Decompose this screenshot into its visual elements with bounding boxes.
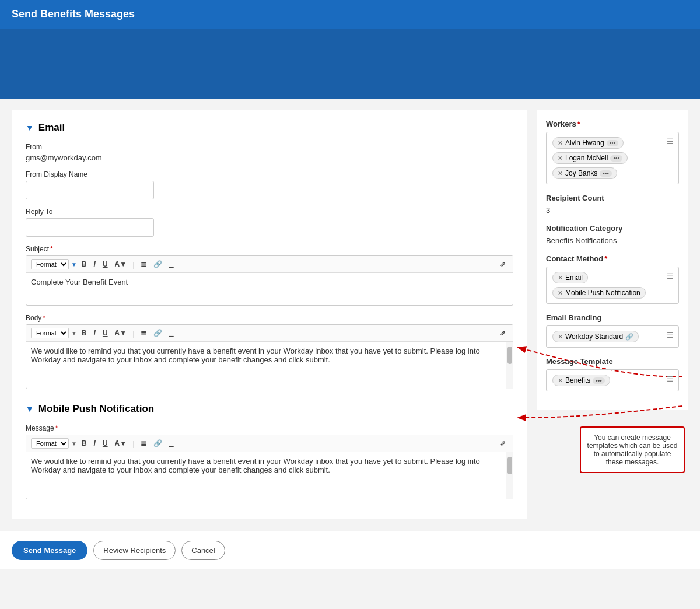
mobile-chevron-icon[interactable]: ▼ xyxy=(26,404,34,414)
body-format-select[interactable]: Format xyxy=(31,328,69,338)
subject-list-btn[interactable]: ≣ xyxy=(138,259,149,270)
message-underline-btn[interactable]: U xyxy=(100,438,110,449)
body-underline-btn[interactable]: U xyxy=(100,328,110,338)
message-bold-btn[interactable]: B xyxy=(79,438,89,449)
svg-rect-0 xyxy=(0,29,700,99)
message-scrollbar[interactable] xyxy=(506,452,513,499)
subject-format-select[interactable]: Format xyxy=(31,259,69,270)
contact-method-tag-1[interactable]: ✕ Email xyxy=(552,272,588,284)
worker-tag-3[interactable]: ✕ Joy Banks ••• xyxy=(552,167,617,179)
body-link-btn[interactable]: 🔗 xyxy=(151,328,164,338)
cm-1-remove[interactable]: ✕ xyxy=(558,274,563,282)
subject-editor[interactable]: Format ▼ B I U A▼ | ≣ 🔗 ⎯ ⇗ Comp xyxy=(26,256,513,306)
body-toolbar: Format ▼ B I U A▼ | ≣ 🔗 ⎯ ⇗ xyxy=(26,325,513,342)
notification-category-value: Benefits Notifications xyxy=(546,236,679,245)
subject-content[interactable]: Complete Your Benefit Event xyxy=(26,273,513,305)
message-italic-btn[interactable]: I xyxy=(92,438,98,449)
cancel-button[interactable]: Cancel xyxy=(181,541,225,560)
worker-2-dots[interactable]: ••• xyxy=(610,155,622,162)
worker-2-remove[interactable]: ✕ xyxy=(558,155,563,162)
worker-1-dots[interactable]: ••• xyxy=(607,140,619,146)
subject-link-btn[interactable]: 🔗 xyxy=(151,259,164,270)
svg-rect-6 xyxy=(134,61,141,99)
contact-method-required-star: * xyxy=(604,254,607,263)
reply-to-input[interactable] xyxy=(26,218,154,237)
branding-remove[interactable]: ✕ xyxy=(558,333,563,341)
subject-bold-btn[interactable]: B xyxy=(79,259,89,270)
contact-method-tag-2[interactable]: ✕ Mobile Push Notification xyxy=(552,287,646,299)
email-branding-tag[interactable]: ✕ Workday Standard 🔗 xyxy=(552,331,639,342)
body-format-chevron: ▼ xyxy=(71,330,77,337)
body-bold-btn[interactable]: B xyxy=(79,328,89,338)
body-content[interactable]: We would like to remind you that you cur… xyxy=(26,342,506,388)
message-format-select[interactable]: Format xyxy=(31,438,69,449)
body-expand-btn[interactable]: ⇗ xyxy=(498,328,508,338)
review-recipients-button[interactable]: Review Recipients xyxy=(93,541,176,560)
reply-to-label: Reply To xyxy=(26,208,513,216)
cm-1-name: Email xyxy=(565,274,583,282)
worker-2-name: Logan McNeil xyxy=(565,154,608,162)
body-italic-btn[interactable]: I xyxy=(92,328,98,338)
tooltip-box: You can create message templates which c… xyxy=(580,426,685,473)
reply-to-field-group: Reply To xyxy=(26,208,513,237)
email-branding-tag-container[interactable]: ✕ Workday Standard 🔗 ☰ xyxy=(546,326,679,348)
message-template-tag[interactable]: ✕ Benefits ••• xyxy=(552,374,610,386)
email-branding-label: Email Branding xyxy=(546,313,679,322)
message-editor[interactable]: Format ▼ B I U A▼ | ≣ 🔗 ⎯ ⇗ xyxy=(26,435,513,499)
cm-2-name: Mobile Push Notification xyxy=(565,289,640,297)
from-display-name-input[interactable] xyxy=(26,181,154,200)
worker-1-name: Alvin Hwang xyxy=(565,139,604,147)
svg-rect-7 xyxy=(408,55,420,99)
template-list-icon[interactable]: ☰ xyxy=(667,374,674,383)
branding-list-icon[interactable]: ☰ xyxy=(667,331,674,340)
template-remove[interactable]: ✕ xyxy=(558,377,563,384)
message-link-btn[interactable]: 🔗 xyxy=(151,438,164,449)
left-panel: ▼ Email From gms@myworkday.com From Disp… xyxy=(12,110,527,519)
body-embed-btn[interactable]: ⎯ xyxy=(167,328,176,338)
worker-tag-1[interactable]: ✕ Alvin Hwang ••• xyxy=(552,137,624,149)
message-required-star: * xyxy=(55,424,58,432)
body-color-btn[interactable]: A▼ xyxy=(113,328,130,338)
svg-point-11 xyxy=(502,51,513,62)
svg-rect-10 xyxy=(474,62,482,80)
message-template-tag-container[interactable]: ✕ Benefits ••• ☰ xyxy=(546,369,679,391)
message-color-btn[interactable]: A▼ xyxy=(113,438,130,449)
message-content[interactable]: We would like to remind you that you cur… xyxy=(26,452,506,499)
contact-method-tag-container[interactable]: ✕ Email ✕ Mobile Push Notification ☰ xyxy=(546,267,679,304)
branding-external-link[interactable]: 🔗 xyxy=(625,333,634,341)
subject-required-star: * xyxy=(50,245,53,253)
from-display-name-label: From Display Name xyxy=(26,170,513,178)
message-list-btn[interactable]: ≣ xyxy=(138,438,149,449)
email-chevron-icon[interactable]: ▼ xyxy=(26,123,34,132)
body-label: Body* xyxy=(26,314,513,322)
right-panel: Workers* ✕ Alvin Hwang ••• ✕ Logan McNei… xyxy=(537,110,688,410)
subject-italic-btn[interactable]: I xyxy=(92,259,98,270)
page-title: Send Benefits Messages xyxy=(12,8,135,20)
workers-tag-container[interactable]: ✕ Alvin Hwang ••• ✕ Logan McNeil ••• ✕ J… xyxy=(546,132,679,184)
worker-3-dots[interactable]: ••• xyxy=(600,170,612,177)
template-dots[interactable]: ••• xyxy=(593,377,605,384)
subject-underline-btn[interactable]: U xyxy=(100,259,110,270)
worker-3-remove[interactable]: ✕ xyxy=(558,170,563,177)
message-template-label: Message Template xyxy=(546,357,679,366)
sep2: | xyxy=(132,329,134,338)
contact-method-section: Contact Method* ✕ Email ✕ Mobile Push No… xyxy=(546,254,679,304)
main-layout: ▼ Email From gms@myworkday.com From Disp… xyxy=(0,99,700,531)
message-embed-btn[interactable]: ⎯ xyxy=(167,438,176,449)
contact-method-list-icon[interactable]: ☰ xyxy=(667,272,674,281)
body-editor[interactable]: Format ▼ B I U A▼ | ≣ 🔗 ⎯ ⇗ xyxy=(26,324,513,389)
worker-tag-2[interactable]: ✕ Logan McNeil ••• xyxy=(552,152,628,164)
subject-expand-btn[interactable]: ⇗ xyxy=(498,259,508,270)
footer-buttons: Send Message Review Recipients Cancel xyxy=(0,531,700,569)
cm-2-remove[interactable]: ✕ xyxy=(558,289,563,297)
body-scrollbar[interactable] xyxy=(506,342,513,388)
message-expand-btn[interactable]: ⇗ xyxy=(498,438,508,449)
body-list-btn[interactable]: ≣ xyxy=(138,328,149,338)
subject-color-btn[interactable]: A▼ xyxy=(113,259,130,270)
send-message-button[interactable]: Send Message xyxy=(12,541,88,560)
workers-list-icon[interactable]: ☰ xyxy=(667,137,674,146)
sep1: | xyxy=(132,260,134,269)
worker-1-remove[interactable]: ✕ xyxy=(558,139,563,147)
hero-banner xyxy=(0,29,700,99)
subject-embed-btn[interactable]: ⎯ xyxy=(167,259,176,270)
